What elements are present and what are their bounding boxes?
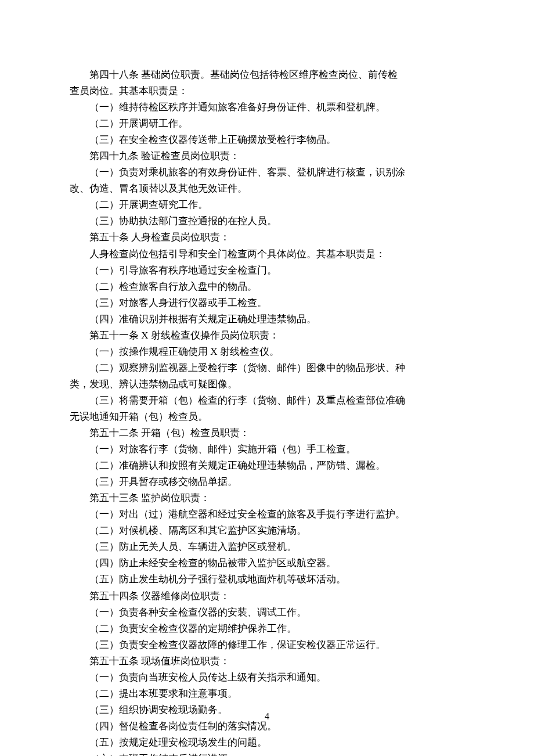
text-line: （三）开具暂存或移交物品单据。 xyxy=(70,474,464,490)
text-line: （一）对出（过）港航空器和经过安全检查的旅客及手提行李进行监护。 xyxy=(70,506,464,523)
text-line: （三）协助执法部门查控通报的在控人员。 xyxy=(70,213,464,229)
text-line: （一）负责对乘机旅客的有效身份证件、客票、登机牌进行核查，识别涂 xyxy=(70,164,464,181)
text-line: （二）开展调研工作。 xyxy=(70,116,464,132)
text-line: 第四十八条 基础岗位职责。基础岗位包括待检区维序检查岗位、前传检 xyxy=(70,67,464,83)
text-line: （二）准确辨认和按照有关规定正确处理违禁物品，严防错、漏检。 xyxy=(70,458,464,474)
text-line: 无误地通知开箱（包）检查员。 xyxy=(70,409,464,425)
text-line: （四）准确识别并根据有关规定正确处理违禁物品。 xyxy=(70,311,464,327)
text-line: （五）按规定处理安检现场发生的问题。 xyxy=(70,735,464,751)
text-line: （三）将需要开箱（包）检查的行李（货物、邮件）及重点检查部位准确 xyxy=(70,393,464,409)
text-line: （一）维持待检区秩序并通知旅客准备好身份证件、机票和登机牌。 xyxy=(70,99,464,116)
text-line: （二）负责安全检查仪器的定期维护保养工作。 xyxy=(70,621,464,637)
text-line: （二）提出本班要求和注意事项。 xyxy=(70,686,464,702)
text-line: 类，发现、辨认违禁物品或可疑图像。 xyxy=(70,376,464,393)
text-line: （一）负责向当班安检人员传达上级有关指示和通知。 xyxy=(70,669,464,686)
text-line: （一）负责各种安全检查仪器的安装、调试工作。 xyxy=(70,604,464,621)
text-line: 人身检查岗位包括引导和安全门检查两个具体岗位。其基本职责是： xyxy=(70,246,464,262)
text-line: （五）防止发生劫机分子强行登机或地面炸机等破坏活动。 xyxy=(70,571,464,588)
text-line: （四）防止未经安全检查的物品被带入监护区或航空器。 xyxy=(70,555,464,571)
text-line: 第五十五条 现场值班岗位职责： xyxy=(70,653,464,669)
text-line: （三）对旅客人身进行仪器或手工检查。 xyxy=(70,295,464,311)
text-line: 查员岗位。其基本职责是： xyxy=(70,83,464,99)
text-line: （二）检查旅客自行放入盘中的物品。 xyxy=(70,279,464,295)
text-line: （三）负责安全检查仪器故障的修理工作，保证安检仪器正常运行。 xyxy=(70,637,464,653)
text-line: 第五十条 人身检查员岗位职责： xyxy=(70,229,464,246)
text-line: （二）开展调查研究工作。 xyxy=(70,197,464,213)
text-line: 第五十二条 开箱（包）检查员职责： xyxy=(70,425,464,441)
document-body: 第四十八条 基础岗位职责。基础岗位包括待检区维序检查岗位、前传检查员岗位。其基本… xyxy=(70,67,464,756)
text-line: 第五十三条 监护岗位职责： xyxy=(70,490,464,506)
document-page: 第四十八条 基础岗位职责。基础岗位包括待检区维序检查岗位、前传检查员岗位。其基本… xyxy=(0,0,534,756)
text-line: （二）对候机楼、隔离区和其它监护区实施清场。 xyxy=(70,523,464,539)
text-line: （一）按操作规程正确使用 X 射线检查仪。 xyxy=(70,344,464,360)
text-line: 第五十一条 X 射线检查仪操作员岗位职责： xyxy=(70,327,464,344)
text-line: （六）本班工作结束后进行讲评。 xyxy=(70,751,464,756)
page-number: 4 xyxy=(0,709,534,724)
text-line: （三）在安全检查仪器传送带上正确摆放受检行李物品。 xyxy=(70,132,464,148)
text-line: （一）对旅客行李（货物、邮件）实施开箱（包）手工检查。 xyxy=(70,441,464,458)
text-line: （二）观察辨别监视器上受检行李（货物、邮件）图像中的物品形状、种 xyxy=(70,360,464,376)
text-line: （三）防止无关人员、车辆进入监护区或登机。 xyxy=(70,539,464,555)
text-line: 改、伪造、冒名顶替以及其他无效证件。 xyxy=(70,181,464,197)
text-line: 第五十四条 仪器维修岗位职责： xyxy=(70,588,464,604)
text-line: 第四十九条 验证检查员岗位职责： xyxy=(70,148,464,164)
text-line: （一）引导旅客有秩序地通过安全检查门。 xyxy=(70,262,464,279)
